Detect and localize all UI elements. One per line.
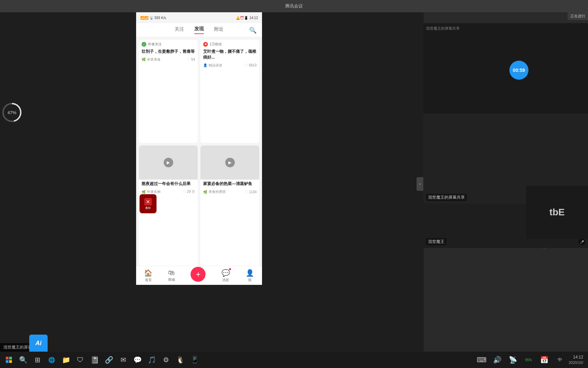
svg-rect-9 xyxy=(9,357,12,359)
volume-icon[interactable]: 🔊 xyxy=(490,353,504,367)
status-wifi: 📡 xyxy=(149,16,153,20)
linktree-icon[interactable]: 🔗 xyxy=(102,353,116,367)
svg-rect-11 xyxy=(9,360,12,363)
search-taskbar-button[interactable]: 🔍 xyxy=(16,353,30,367)
card-title: 熬夜超过一年会有什么后果 xyxy=(139,180,198,188)
heart-icon: ♡ xyxy=(182,190,186,194)
heart-icon: ♡ xyxy=(187,57,190,62)
app-icon-4[interactable]: 📱 xyxy=(188,353,201,367)
footer-likes: ♡ 1134 xyxy=(245,190,257,194)
nav-home-label: 首页 xyxy=(145,278,152,282)
nav-shop-label: 商城 xyxy=(168,277,175,282)
status-signal: 📶📶 xyxy=(140,16,148,20)
message-icon: 💬 xyxy=(222,269,230,277)
nav-messages[interactable]: 💬 消息 xyxy=(222,269,230,282)
start-button[interactable] xyxy=(2,353,16,367)
card-image: ▶ xyxy=(139,145,198,180)
percent-circle: 47% xyxy=(2,102,22,123)
edge-browser-icon[interactable]: 🌐 xyxy=(45,353,59,367)
shop-icon: 🛍 xyxy=(168,269,175,277)
footer-author: 🌿 本草美食 xyxy=(142,57,161,62)
wechat-icon[interactable]: 💬 xyxy=(131,353,144,367)
tbe-text-area: tbE xyxy=(526,186,588,239)
play-button[interactable]: ▶ xyxy=(225,158,235,167)
taskbar-time: 14:12 2020/10/ xyxy=(569,355,583,365)
author-tag: 1万粉丝 xyxy=(210,42,222,47)
list-item[interactable]: ▶ 家宴必备的热菜—清蒸鲈鱼 🌿 美食的诱惑 ♡ 1134 xyxy=(200,145,259,270)
timer-value: 00:59 xyxy=(513,67,525,73)
card-title: 壮剂子，生姜敷脖子，胃痛等 xyxy=(139,47,198,56)
heart-icon: ♡ xyxy=(245,63,248,67)
nav-add[interactable]: + xyxy=(191,267,206,285)
network-icon[interactable]: 📡 xyxy=(506,353,520,367)
footer-author: 🌿 美食的诱惑 xyxy=(203,189,226,194)
tbe-label: tbE xyxy=(549,207,565,218)
card-title: 艾叶煮一物，腰不痛了，颈椎病好... xyxy=(200,47,259,62)
screen-share-tile: 混世魔王的屏幕共享 00:59 xyxy=(423,23,588,113)
status-right: 🔔⏰📱 14:12 xyxy=(236,16,258,20)
nav-messages-label: 消息 xyxy=(222,278,229,282)
footer-author: 🌿 作者名称 xyxy=(142,189,161,194)
card-footer: 🌿 美食的诱惑 ♡ 1134 xyxy=(200,188,259,196)
add-button[interactable]: + xyxy=(191,267,206,282)
author-dot: ✓ xyxy=(142,42,146,47)
list-item[interactable]: ❤ 1万粉丝 艾叶煮一物，腰不痛了，颈椎病好... 👤 精品讲述 ♡ 6610 xyxy=(200,40,259,143)
play-button[interactable]: ▶ xyxy=(164,158,173,167)
nav-shop[interactable]: 🛍 商城 xyxy=(168,269,175,282)
content-grid: ✓ 作者关注 壮剂子，生姜敷脖子，胃痛等 🌿 本草美食 ♡ 64 ❤ 1万粉丝 xyxy=(136,37,262,272)
footer-likes: ♡ 64 xyxy=(187,57,195,62)
leaf-icon: 🌿 xyxy=(142,190,146,194)
search-icon[interactable]: 🔍 xyxy=(249,27,257,34)
list-item[interactable]: ✓ 作者关注 壮剂子，生姜敷脖子，胃痛等 🌿 本草美食 ♡ 64 xyxy=(139,40,198,143)
svg-rect-10 xyxy=(6,360,9,363)
author-dot: ❤ xyxy=(203,42,208,47)
battery-icon[interactable]: 95% xyxy=(522,353,535,367)
taskbar: 🔍 ⊞ 🌐 📁 🛡 📓 🔗 ✉ 💬 🎵 ⚙ 🐧 📱 ⌨ 🔊 📡 95% 📅 中 … xyxy=(0,352,588,368)
title-bar-text: 腾讯会议 xyxy=(285,3,303,9)
card-footer: 🌿 本草美食 ♡ 64 xyxy=(139,56,198,64)
taskbar-right: ⌨ 🔊 📡 95% 📅 中 14:12 2020/10/ xyxy=(475,353,586,367)
avatar-icon: 👤 xyxy=(203,63,207,67)
leaf-icon: 🌿 xyxy=(203,190,207,194)
svg-rect-8 xyxy=(6,357,9,359)
file-explorer-icon[interactable]: 📁 xyxy=(59,353,73,367)
ai-badge[interactable]: Ai xyxy=(29,335,48,352)
nav-home[interactable]: 🏠 首页 xyxy=(144,269,152,282)
author-name: 作者名称 xyxy=(147,189,161,194)
screen-share-label: 混世魔王的屏幕共享 xyxy=(423,23,588,34)
nav-profile-label: 我 xyxy=(248,278,251,282)
footer-likes: ♡ 29 万 xyxy=(182,189,195,194)
nav-tabs: 关注 发现 附近 🔍 xyxy=(136,23,262,37)
card-title: 家宴必备的热菜—清蒸鲈鱼 xyxy=(200,180,259,188)
security-icon[interactable]: 🛡 xyxy=(74,353,87,367)
onenote-icon[interactable]: 📓 xyxy=(88,353,101,367)
app-icon-3[interactable]: 🐧 xyxy=(174,353,187,367)
participant-name-2: 混世魔王 xyxy=(426,238,446,245)
title-bar: 腾讯会议 xyxy=(0,0,588,12)
bottom-nav: 🏠 首页 🛍 商城 + 💬 消息 👤 我 xyxy=(136,266,262,285)
keyboard-icon[interactable]: ⌨ xyxy=(475,353,488,367)
footer-likes: ♡ 6610 xyxy=(245,63,257,67)
calendar-icon[interactable]: 📅 xyxy=(537,353,551,367)
app-icon-2[interactable]: ⚙ xyxy=(159,353,173,367)
tab-follow[interactable]: 关注 xyxy=(175,26,184,34)
collapse-panel-button[interactable]: › xyxy=(416,177,423,191)
delete-x-icon[interactable]: ✕ xyxy=(144,198,152,205)
status-time: 14:12 xyxy=(249,16,258,20)
card-image: ▶ xyxy=(200,145,259,180)
mail-icon[interactable]: ✉ xyxy=(116,353,130,367)
delete-overlay[interactable]: ✕ 删除 xyxy=(140,194,157,213)
card-header: ❤ 1万粉丝 xyxy=(200,40,259,47)
task-view-button[interactable]: ⊞ xyxy=(31,353,44,367)
tab-nearby[interactable]: 附近 xyxy=(214,26,224,34)
ai-label: Ai xyxy=(35,340,42,347)
ongoing-label: 正在进行 xyxy=(568,12,588,20)
input-method-icon[interactable]: 中 xyxy=(553,353,567,367)
status-bar: 📶📶 📡 593 K/s 🔔⏰📱 14:12 xyxy=(136,12,262,23)
leaf-icon: 🌿 xyxy=(142,58,146,61)
profile-icon: 👤 xyxy=(246,269,254,277)
tab-discover[interactable]: 发现 xyxy=(194,26,204,34)
nav-profile[interactable]: 👤 我 xyxy=(246,269,254,282)
app-icon-1[interactable]: 🎵 xyxy=(145,353,159,367)
home-icon: 🏠 xyxy=(144,269,152,277)
